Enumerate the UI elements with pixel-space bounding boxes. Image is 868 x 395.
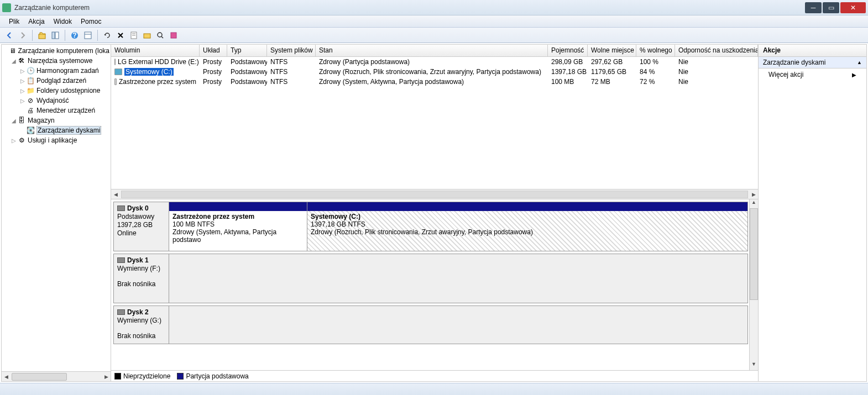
titlebar: Zarządzanie komputerem ─ ▭ ✕	[0, 0, 868, 15]
disk-row-1[interactable]: Dysk 1 Wymienny (F:) Brak nośnika	[113, 254, 748, 303]
col-type[interactable]: Typ	[227, 45, 267, 56]
tree-shared-folders[interactable]: ▷📁Foldery udostępnione	[3, 86, 109, 96]
toolbar: ?	[0, 28, 868, 43]
back-button[interactable]	[3, 29, 15, 41]
actions-more[interactable]: Więcej akcji▶	[759, 69, 866, 81]
svg-text:?: ?	[72, 31, 76, 39]
refresh-button[interactable]	[101, 29, 113, 41]
actions-panel: Akcje Zarządzanie dyskami▲ Więcej akcji▶	[759, 45, 866, 381]
collapse-icon: ▲	[857, 60, 862, 65]
disk-icon: 💽	[26, 126, 35, 135]
tree-disk-management[interactable]: 💽Zarządzanie dyskami	[3, 125, 109, 135]
volume-icon	[114, 78, 117, 85]
main-area: 🖥Zarządzanie komputerem (loka ◢🛠Narzędzi…	[1, 44, 867, 382]
legend-label: Nieprzydzielone	[123, 372, 170, 380]
disk-icon	[117, 257, 125, 263]
forward-button[interactable]	[17, 29, 29, 41]
col-free[interactable]: Wolne miejsce	[588, 45, 636, 56]
tree-services[interactable]: ▷⚙Usługi i aplikacje	[3, 135, 109, 145]
tree-hscroll[interactable]: ◀▶	[2, 371, 111, 381]
help-button[interactable]: ?	[69, 29, 81, 41]
col-status[interactable]: Stan	[316, 45, 548, 56]
open-button[interactable]	[141, 29, 153, 41]
tools-icon: 🛠	[17, 56, 26, 65]
tree-root[interactable]: 🖥Zarządzanie komputerem (loka	[3, 46, 109, 56]
legend-swatch-unallocated	[114, 373, 121, 380]
storage-icon: 🗄	[17, 116, 26, 125]
events-icon: 📋	[26, 76, 35, 85]
legend-swatch-primary	[177, 373, 184, 380]
perf-icon: ⊘	[26, 96, 35, 105]
col-pct[interactable]: % wolnego	[636, 45, 675, 56]
chevron-right-icon: ▶	[852, 72, 856, 78]
center-panel: Wolumin Układ Typ System plików Stan Poj…	[111, 45, 759, 381]
properties-button[interactable]	[128, 29, 140, 41]
disk-row-0[interactable]: Dysk 0 Podstawowy 1397,28 GB Online Zast…	[113, 202, 748, 251]
status-bar	[0, 383, 868, 395]
app-icon	[2, 3, 11, 12]
col-fs[interactable]: System plików	[267, 45, 316, 56]
computer-icon: 🖥	[9, 46, 17, 55]
tree-system-tools[interactable]: ◢🛠Narzędzia systemowe	[3, 56, 109, 66]
disk-info: Dysk 0 Podstawowy 1397,28 GB Online	[113, 202, 169, 251]
menu-view[interactable]: Widok	[49, 17, 76, 27]
svg-rect-1	[52, 32, 55, 39]
col-fault[interactable]: Odporność na uszkodzenia	[675, 45, 758, 56]
menu-file[interactable]: Plik	[4, 17, 24, 27]
menu-action[interactable]: Akcja	[24, 17, 49, 27]
col-layout[interactable]: Układ	[200, 45, 227, 56]
svg-rect-13	[171, 33, 176, 38]
maximize-button[interactable]: ▭	[823, 2, 839, 13]
tree-task-scheduler[interactable]: ▷🕒Harmonogram zadań	[3, 66, 109, 76]
tree-device-manager[interactable]: 🖨Menedżer urządzeń	[3, 106, 109, 115]
svg-line-12	[161, 36, 163, 38]
svg-rect-10	[144, 34, 150, 38]
partition-system-reserved[interactable]: Zastrzeżone przez system 100 MB NTFS Zdr…	[169, 202, 307, 251]
disk-vscroll[interactable]: ▲▼	[749, 199, 758, 370]
menubar: Plik Akcja Widok Pomoc	[0, 15, 868, 28]
actions-header: Akcje	[759, 45, 866, 57]
svg-rect-0	[39, 34, 45, 39]
col-volume[interactable]: Wolumin	[111, 45, 200, 56]
disk-info: Dysk 1 Wymienny (F:) Brak nośnika	[113, 254, 169, 303]
table-hscroll[interactable]: ◀▶	[111, 189, 758, 199]
folder-icon: 📁	[26, 86, 35, 95]
legend-label: Partycja podstawowa	[186, 372, 248, 380]
window-title: Zarządzanie komputerem	[14, 4, 804, 12]
actions-section[interactable]: Zarządzanie dyskami▲	[759, 57, 866, 69]
show-tree-button[interactable]	[49, 29, 61, 41]
svg-point-11	[158, 33, 162, 37]
tree-performance[interactable]: ▷⊘Wydajność	[3, 96, 109, 106]
col-capacity[interactable]: Pojemność	[548, 45, 588, 56]
tree-storage[interactable]: ◢🗄Magazyn	[3, 115, 109, 125]
disk-icon	[117, 206, 125, 211]
device-icon: 🖨	[26, 106, 35, 115]
settings-button[interactable]	[168, 29, 180, 41]
close-button[interactable]: ✕	[840, 2, 866, 13]
tree-panel: 🖥Zarządzanie komputerem (loka ◢🛠Narzędzi…	[2, 45, 111, 381]
find-button[interactable]	[154, 29, 166, 41]
clock-icon: 🕒	[26, 66, 35, 75]
disk-row-2[interactable]: Dysk 2 Wymienny (G:) Brak nośnika	[113, 306, 748, 344]
svg-rect-5	[85, 32, 91, 39]
services-icon: ⚙	[17, 136, 26, 145]
table-row[interactable]: LG External HDD Drive (E:) Prosty Podsta…	[111, 57, 758, 67]
table-row[interactable]: Systemowy (C:) Prosty Podstawowy NTFS Zd…	[111, 67, 758, 77]
partition-system-c[interactable]: Systemowy (C:) 1397,18 GB NTFS Zdrowy (R…	[307, 202, 747, 251]
view-mode-button[interactable]	[82, 29, 94, 41]
disk-graphical-panel: Dysk 0 Podstawowy 1397,28 GB Online Zast…	[111, 199, 758, 381]
table-row[interactable]: Zastrzeżone przez system Prosty Podstawo…	[111, 77, 758, 87]
menu-help[interactable]: Pomoc	[76, 17, 106, 27]
legend: Nieprzydzielone Partycja podstawowa	[111, 370, 758, 381]
volume-header: Wolumin Układ Typ System plików Stan Poj…	[111, 45, 758, 57]
up-button[interactable]	[36, 29, 48, 41]
disk-info: Dysk 2 Wymienny (G:) Brak nośnika	[113, 306, 169, 344]
volume-icon	[114, 59, 116, 65]
volume-icon	[114, 69, 122, 75]
tree-event-viewer[interactable]: ▷📋Podgląd zdarzeń	[3, 76, 109, 86]
svg-rect-2	[55, 32, 59, 39]
volume-table: Wolumin Układ Typ System plików Stan Poj…	[111, 45, 758, 199]
minimize-button[interactable]: ─	[805, 2, 822, 13]
disk-icon	[117, 309, 125, 315]
delete-button[interactable]	[114, 29, 127, 41]
